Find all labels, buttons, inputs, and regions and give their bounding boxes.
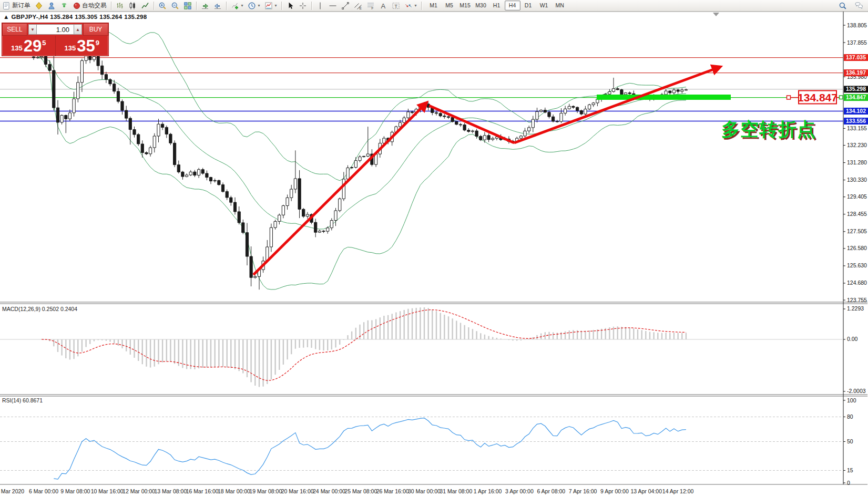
toolbar-separator: [311, 2, 312, 10]
chart-canvas[interactable]: 134.847多空转折点多空转折点138.805137.855135.98013…: [0, 0, 868, 497]
cursor-button[interactable]: [284, 0, 297, 11]
price-axis-label: 130.330: [847, 177, 867, 183]
price-axis-label: 138.805: [847, 22, 867, 28]
sell-pips: 29: [24, 38, 42, 54]
low-value: 135.264: [99, 14, 122, 20]
equidistant-channel-button[interactable]: E: [352, 0, 364, 11]
price-axis-label: 125.630: [847, 262, 867, 268]
price-axis-label: 133.155: [847, 125, 867, 131]
volume-decrease-button[interactable]: ▼: [28, 24, 37, 35]
sell-pipette: 5: [42, 39, 46, 47]
signals-button[interactable]: [58, 0, 70, 11]
timeframe-button-h4[interactable]: H4: [505, 1, 520, 11]
chevron-down-icon[interactable]: ▾: [415, 3, 417, 8]
bar-chart-button[interactable]: [114, 0, 126, 11]
search-button[interactable]: [836, 0, 849, 11]
auto-scroll-icon: [201, 2, 209, 10]
support-zone-band[interactable]: [597, 95, 731, 100]
time-axis-label: 12 Mar 00:00: [122, 488, 155, 494]
horizontal-line-button[interactable]: [326, 0, 339, 11]
text-button[interactable]: A: [377, 0, 390, 11]
timeframe-button-w1[interactable]: W1: [536, 1, 552, 11]
volume-input[interactable]: [37, 24, 74, 35]
zoom-out-button[interactable]: [169, 0, 181, 11]
trendline-button[interactable]: [339, 0, 352, 11]
candlestick-button[interactable]: [126, 0, 139, 11]
chevron-down-icon[interactable]: ▾: [258, 3, 260, 8]
timeframe-button-m30[interactable]: M30: [473, 1, 489, 11]
time-axis-label: 18 Mar 00:00: [218, 488, 250, 494]
close-value: 135.298: [124, 14, 147, 20]
price-axis-label: 137.855: [847, 39, 867, 46]
tile-windows-button[interactable]: [181, 0, 194, 11]
rsi-axis-label: 15: [847, 467, 853, 473]
crosshair-button[interactable]: [297, 0, 309, 11]
time-axis-label: 1 Apr 16:00: [474, 488, 502, 494]
signals-icon: [60, 2, 68, 10]
auto-scroll-button[interactable]: [199, 0, 211, 11]
fibonacci-button[interactable]: F: [364, 0, 377, 11]
mt4-window: 新订单自动交易▾▾▾EFAT▾M1M5M15M30H1H4D1W1MN 134.…: [0, 0, 868, 497]
templates-button[interactable]: ▾: [262, 0, 279, 11]
price-axis-badge-text: 135.298: [846, 86, 866, 92]
sell-price[interactable]: 135295: [2, 36, 56, 56]
funds-icon: [35, 2, 43, 10]
community-button[interactable]: [45, 0, 58, 11]
bull-bear-turning-point-note[interactable]: 多空转折点多空转折点: [721, 119, 818, 141]
timeframe-button-d1[interactable]: D1: [520, 1, 536, 11]
time-axis-label: 30 Mar 00:00: [408, 488, 441, 494]
rsi-axis-label: 0: [847, 480, 850, 486]
timeframe-button-m15[interactable]: M15: [457, 1, 473, 11]
autotrading-button[interactable]: 自动交易: [70, 0, 109, 11]
chart-shift-button[interactable]: [211, 0, 224, 11]
new-order-button[interactable]: 新订单: [0, 0, 33, 11]
text-label-button[interactable]: T: [390, 0, 402, 11]
indicators-button[interactable]: ▾: [229, 0, 246, 11]
chevron-down-icon[interactable]: ▾: [241, 3, 243, 8]
rsi-axis-label: 50: [847, 438, 853, 444]
macd-axis-label: -2.0003: [847, 388, 866, 394]
vertical-line-button[interactable]: [314, 0, 326, 11]
chevron-down-icon[interactable]: ▾: [275, 3, 277, 8]
time-axis-label: 26 Mar 16:00: [376, 488, 409, 494]
buy-button[interactable]: BUY: [83, 23, 108, 36]
buy-price[interactable]: 135359: [56, 36, 109, 56]
line-chart-button[interactable]: [139, 0, 151, 11]
sell-big-figure: 135: [11, 44, 23, 52]
price-axis-badge-text: 134.102: [846, 108, 866, 114]
timeframe-button-m5[interactable]: M5: [442, 1, 457, 11]
toolbar-separator: [226, 2, 227, 10]
cursor-icon: [286, 2, 294, 10]
volume-increase-button[interactable]: ▲: [74, 24, 82, 35]
price-axis-label: 132.230: [847, 142, 867, 148]
time-axis-label: 10 Mar 16:00: [91, 488, 124, 494]
price-axis-label: 127.505: [847, 228, 867, 234]
volume-stepper: ▼ ▲: [27, 23, 83, 36]
callout-left-anchor: [787, 96, 791, 99]
new-order-button-label: 新订单: [12, 2, 30, 9]
toolbar-separator: [281, 2, 282, 10]
sell-button[interactable]: SELL: [2, 23, 27, 36]
macd-axis-label: 0.00: [847, 336, 858, 342]
buy-pips: 35: [77, 38, 95, 54]
time-axis-label: 20 Mar 16:00: [281, 488, 314, 494]
channel-icon: E: [354, 2, 362, 10]
one-click-panel-toggle[interactable]: ▲: [3, 14, 9, 20]
price-axis-label: 129.405: [847, 193, 867, 200]
time-axis-label: 16 Mar 16:00: [186, 488, 219, 494]
timeframe-button-mn[interactable]: MN: [552, 1, 568, 11]
timeframe-button-h1[interactable]: H1: [489, 1, 505, 11]
rsi-label: RSI(14) 60.8671: [2, 397, 43, 403]
arrows-shapes-button[interactable]: ▾: [402, 0, 419, 11]
timeframe-button-m1[interactable]: M1: [426, 1, 442, 11]
svg-text:F: F: [371, 6, 373, 10]
toolbar-separator: [111, 2, 111, 10]
zoom-in-button[interactable]: [156, 0, 169, 11]
templates-icon: [264, 2, 273, 10]
price-axis-label: 123.755: [847, 297, 867, 303]
periods-button[interactable]: ▾: [246, 0, 262, 11]
text-icon: A: [379, 2, 387, 10]
funds-button[interactable]: [33, 0, 45, 11]
buy-big-figure: 135: [65, 44, 76, 52]
chat-button[interactable]: [852, 0, 865, 11]
